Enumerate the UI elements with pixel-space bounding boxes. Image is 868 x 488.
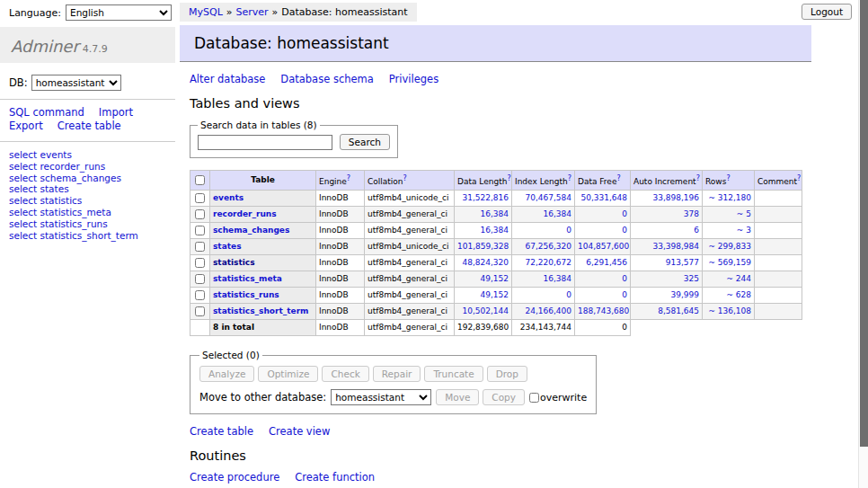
cell-data-free-link[interactable]: 0 <box>622 209 627 218</box>
cell-data-length-link[interactable]: 16,384 <box>481 226 509 235</box>
create-link[interactable]: Create view <box>269 425 330 438</box>
cell-index-length-link[interactable]: 70,467,584 <box>525 193 571 202</box>
cell-auto-increment-link[interactable]: 8,581,645 <box>658 306 699 315</box>
column-help-link[interactable]: ? <box>568 174 571 182</box>
optimize-button[interactable]: Optimize <box>258 366 318 382</box>
copy-button[interactable]: Copy <box>483 389 525 405</box>
row-checkbox[interactable] <box>195 193 205 203</box>
table-name-link[interactable]: events <box>213 193 244 202</box>
cell-auto-increment-link[interactable]: 39,999 <box>671 290 700 299</box>
move-db-select[interactable]: homeassistant <box>331 389 431 405</box>
vertical-scrollbar[interactable] <box>858 0 868 488</box>
repair-button[interactable]: Repair <box>373 366 421 382</box>
database-action-link[interactable]: Privileges <box>389 73 438 85</box>
move-button[interactable]: Move <box>436 389 479 405</box>
table-name-link[interactable]: schema_changes <box>213 226 289 235</box>
search-button[interactable]: Search <box>340 134 390 150</box>
column-help-link[interactable]: ? <box>507 174 510 182</box>
cell-data-free-link[interactable]: 188,743,680 <box>578 306 629 315</box>
table-select-link[interactable]: select statistics_short_term <box>9 230 175 242</box>
row-checkbox[interactable] <box>195 290 205 300</box>
breadcrumb-link[interactable]: MySQL <box>189 6 223 18</box>
table-name-link[interactable]: statistics_short_term <box>213 306 308 315</box>
cell-rows-link[interactable]: ~ 5 <box>737 209 751 218</box>
logout-button[interactable]: Logout <box>802 4 852 20</box>
column-help-link[interactable]: ? <box>616 174 620 182</box>
cell-index-length-link[interactable]: 72,220,672 <box>525 258 571 267</box>
search-input[interactable] <box>198 135 332 150</box>
analyze-button[interactable]: Analyze <box>199 366 254 382</box>
table-name-link[interactable]: statistics_runs <box>213 290 279 299</box>
row-checkbox[interactable] <box>195 258 205 268</box>
cell-index-length-link[interactable]: 16,384 <box>544 274 572 283</box>
select-all-checkbox[interactable] <box>195 175 205 185</box>
column-help-link[interactable]: ? <box>696 174 700 182</box>
table-select-link[interactable]: select recorder_runs <box>9 161 175 173</box>
db-select[interactable]: homeassistant <box>31 75 121 91</box>
table-name-link[interactable]: statistics_meta <box>213 274 282 283</box>
table-name-link[interactable]: statistics <box>213 258 255 267</box>
breadcrumb-link[interactable]: Server <box>236 6 269 18</box>
sidebar-action-link[interactable]: SQL command <box>9 106 84 119</box>
truncate-button[interactable]: Truncate <box>424 366 483 382</box>
cell-data-length-link[interactable]: 31,522,816 <box>462 193 509 202</box>
column-help-link[interactable]: ? <box>797 174 801 182</box>
cell-index-length-link[interactable]: 67,256,320 <box>525 242 571 251</box>
sidebar-action-link[interactable]: Import <box>99 106 133 119</box>
cell-auto-increment-link[interactable]: 378 <box>684 209 699 218</box>
cell-data-free-link[interactable]: 0 <box>622 290 627 299</box>
cell-rows-link[interactable]: ~ 569,159 <box>708 258 751 267</box>
cell-rows-link[interactable]: ~ 299,833 <box>708 242 751 251</box>
column-help-link[interactable]: ? <box>403 174 407 182</box>
check-button[interactable]: Check <box>322 366 368 382</box>
table-select-link[interactable]: select states <box>9 183 175 195</box>
cell-data-length-link[interactable]: 10,502,144 <box>462 306 509 315</box>
cell-auto-increment-link[interactable]: 33,898,196 <box>652 193 699 202</box>
cell-data-free-link[interactable]: 0 <box>622 226 627 235</box>
cell-auto-increment-link[interactable]: 6 <box>694 226 699 235</box>
database-action-link[interactable]: Database schema <box>280 73 373 85</box>
row-checkbox[interactable] <box>195 306 205 316</box>
cell-index-length-link[interactable]: 16,384 <box>544 209 572 218</box>
cell-data-length-link[interactable]: 48,824,320 <box>462 258 509 267</box>
row-checkbox[interactable] <box>195 226 205 235</box>
cell-data-length-link[interactable]: 49,152 <box>481 274 509 283</box>
sidebar-action-link[interactable]: Create table <box>58 120 121 132</box>
column-help-link[interactable]: ? <box>726 174 730 182</box>
cell-rows-link[interactable]: ~ 244 <box>726 274 751 283</box>
cell-index-length-link[interactable]: 0 <box>566 226 571 235</box>
sidebar-action-link[interactable]: Export <box>9 120 43 132</box>
table-select-link[interactable]: select events <box>9 149 175 161</box>
cell-index-length-link[interactable]: 0 <box>566 290 571 299</box>
cell-data-free-link[interactable]: 104,857,600 <box>578 242 629 251</box>
row-checkbox[interactable] <box>195 274 205 284</box>
cell-data-length-link[interactable]: 16,384 <box>481 209 509 218</box>
table-select-link[interactable]: select statistics_meta <box>9 207 175 218</box>
table-select-link[interactable]: select statistics <box>9 195 175 207</box>
cell-auto-increment-link[interactable]: 33,398,984 <box>652 242 699 251</box>
row-checkbox[interactable] <box>195 209 205 219</box>
routine-link[interactable]: Create function <box>295 471 375 484</box>
table-select-link[interactable]: select schema_changes <box>9 173 175 184</box>
cell-auto-increment-link[interactable]: 913,577 <box>666 258 699 267</box>
cell-data-free-link[interactable]: 0 <box>622 274 627 283</box>
cell-data-length-link[interactable]: 101,859,328 <box>457 242 509 251</box>
table-select-link[interactable]: select statistics_runs <box>9 218 175 230</box>
database-action-link[interactable]: Alter database <box>190 73 265 85</box>
cell-auto-increment-link[interactable]: 325 <box>684 274 699 283</box>
cell-data-free-link[interactable]: 50,331,648 <box>580 193 627 202</box>
cell-rows-link[interactable]: ~ 628 <box>726 290 751 299</box>
overwrite-checkbox[interactable] <box>529 393 539 403</box>
cell-rows-link[interactable]: ~ 312,180 <box>708 193 751 202</box>
cell-rows-link[interactable]: ~ 136,108 <box>708 306 751 315</box>
drop-button[interactable]: Drop <box>487 366 527 382</box>
cell-data-length-link[interactable]: 49,152 <box>481 290 509 299</box>
cell-data-free-link[interactable]: 6,291,456 <box>586 258 627 267</box>
table-name-link[interactable]: recorder_runs <box>213 209 277 218</box>
cell-index-length-link[interactable]: 24,166,400 <box>525 306 571 315</box>
table-name-link[interactable]: states <box>213 242 242 251</box>
column-help-link[interactable]: ? <box>347 174 350 182</box>
row-checkbox[interactable] <box>195 242 205 252</box>
create-link[interactable]: Create table <box>190 425 253 438</box>
routine-link[interactable]: Create procedure <box>190 471 279 484</box>
